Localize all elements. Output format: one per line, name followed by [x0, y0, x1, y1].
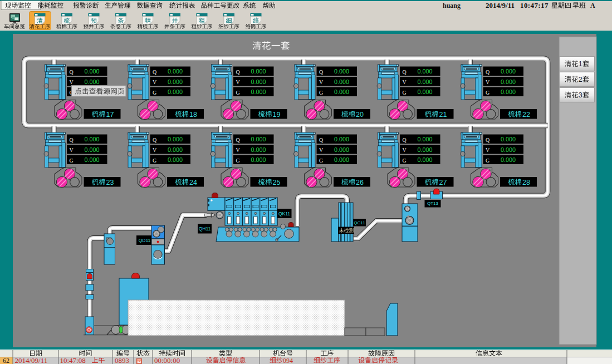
svg-text:24: 24	[189, 179, 197, 186]
svg-text:17: 17	[106, 111, 114, 119]
svg-text:26: 26	[356, 179, 364, 186]
svg-text:27: 27	[439, 179, 447, 186]
svg-text:QT13: QT13	[427, 201, 439, 206]
svg-text:094: 094	[283, 357, 293, 364]
svg-text:20: 20	[356, 111, 364, 119]
svg-text:3: 3	[579, 91, 582, 99]
svg-text:21: 21	[439, 111, 447, 119]
svg-text:23: 23	[106, 179, 114, 186]
svg-text:2014/9/11: 2014/9/11	[486, 1, 515, 9]
svg-text:QC11: QC11	[354, 220, 365, 225]
svg-text:22: 22	[522, 111, 530, 119]
svg-text:25: 25	[273, 179, 281, 186]
svg-text:18: 18	[189, 111, 197, 119]
svg-text:huang: huang	[443, 2, 461, 9]
svg-text:62: 62	[3, 357, 9, 364]
svg-text:28: 28	[522, 179, 530, 186]
svg-text:QD11: QD11	[139, 238, 151, 243]
svg-text:19: 19	[273, 111, 281, 119]
svg-text:2014/09/11: 2014/09/11	[15, 356, 48, 364]
svg-text:2: 2	[579, 76, 582, 83]
svg-text:1: 1	[579, 60, 582, 68]
svg-text:QH11: QH11	[199, 226, 211, 232]
svg-text:A: A	[590, 2, 595, 9]
svg-text:10:47:17: 10:47:17	[520, 1, 549, 9]
svg-text:QK11: QK11	[278, 211, 290, 217]
svg-text:10:47:08: 10:47:08	[60, 356, 86, 364]
svg-text:0893: 0893	[115, 356, 129, 364]
svg-text:00:00:00: 00:00:00	[154, 356, 180, 364]
